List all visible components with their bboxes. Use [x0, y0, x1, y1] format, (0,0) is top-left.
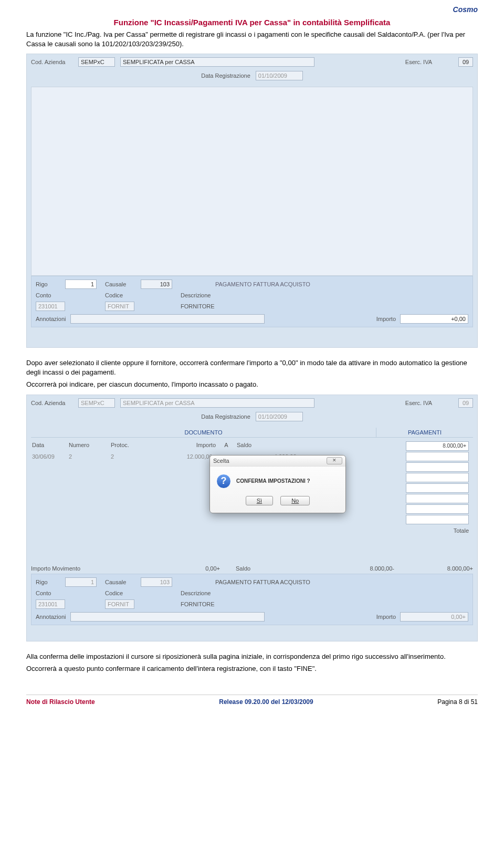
dialog-message: CONFERMA IMPOSTAZIONI ?: [236, 478, 310, 484]
main-area: [31, 87, 473, 276]
eserc-field-2[interactable]: 09: [458, 398, 473, 408]
row-data: 30/06/09: [32, 453, 69, 460]
rigo-label: Rigo: [36, 281, 62, 287]
totale-label: Totale: [406, 527, 469, 534]
cod-azienda-label-2: Cod. Azienda: [31, 400, 73, 406]
para-2b: Occorrerà poi indicare, per ciascun docu…: [26, 380, 478, 389]
para-2a: Dopo aver selezionato il cliente oppure …: [26, 358, 478, 377]
desc-label: Descrizione: [181, 292, 212, 298]
data-reg-label-2: Data Registrazione: [201, 413, 250, 420]
cod-azienda-field-2[interactable]: SEMPxC: [78, 398, 115, 408]
pag-importo-6[interactable]: [406, 494, 469, 503]
eserc-label: Eserc. IVA: [405, 59, 432, 65]
yes-button[interactable]: Sì: [246, 496, 273, 505]
annot-label-2: Annotazioni: [36, 614, 66, 620]
causale-desc: PAGAMENTO FATTURA ACQUISTO: [215, 281, 468, 287]
pag-importo-5[interactable]: [406, 483, 469, 493]
hdr-pagamenti: PAGAMENTI: [376, 428, 473, 437]
pag-importo-8[interactable]: [406, 515, 469, 524]
col-a: A: [216, 442, 237, 448]
desc-label-2: Descrizione: [181, 590, 212, 596]
pagamenti-column: 8.000,00+ Totale: [406, 441, 469, 535]
importo-label-2: Importo: [376, 614, 396, 620]
data-reg-field-2[interactable]: 01/10/2009: [256, 412, 303, 421]
totale-value: 8.000,00+: [410, 565, 473, 572]
para-3a: Alla conferma delle impostazioni il curs…: [26, 652, 478, 661]
bottom-panel-2: Rigo 1 Causale 103 PAGAMENTO FATTURA ACQ…: [31, 574, 473, 625]
importo-field[interactable]: +0,00: [400, 314, 468, 324]
col-protoc: Protoc.: [111, 442, 153, 448]
pag-importo-3[interactable]: [406, 462, 469, 472]
saldo-label: Saldo: [220, 565, 251, 572]
causale-label-2: Causale: [105, 579, 138, 585]
eserc-field[interactable]: 09: [458, 57, 473, 67]
dialog-title: Scelta: [213, 458, 229, 464]
close-icon[interactable]: ✕: [327, 457, 342, 464]
importo-label: Importo: [376, 316, 396, 322]
rigo-field-2[interactable]: 1: [65, 577, 97, 587]
pag-importo-7[interactable]: [406, 504, 469, 514]
codice-label-2: Codice: [105, 590, 138, 596]
pag-importo-1[interactable]: 8.000,00+: [406, 441, 469, 451]
col-saldo: Saldo: [237, 442, 300, 448]
col-importo: Importo: [153, 442, 216, 448]
codice-label: Codice: [105, 292, 138, 298]
data-reg-label: Data Registrazione: [201, 73, 250, 79]
conto-field[interactable]: 231001: [36, 302, 65, 311]
row-protoc: 2: [111, 453, 153, 460]
screenshot-1: Cod. Azienda SEMPxC SEMPLIFICATA per CAS…: [26, 54, 478, 348]
col-numero: Numero: [69, 442, 111, 448]
imp-mov-value: 0,00+: [99, 565, 220, 572]
rigo-field[interactable]: 1: [65, 279, 97, 289]
page-title: Funzione "IC Incassi/Pagamenti IVA per C…: [26, 18, 478, 27]
footer-right: Pagina 8 di 51: [437, 698, 478, 706]
page-footer: Note di Rilascio Utente Release 09.20.00…: [26, 695, 478, 706]
rigo-label-2: Rigo: [36, 579, 62, 585]
brand: Cosmo: [26, 5, 478, 14]
annot-field-2[interactable]: [70, 612, 265, 622]
data-reg-field[interactable]: 01/10/2009: [256, 71, 303, 80]
question-icon: ?: [216, 474, 231, 489]
screenshot-2: Cod. Azienda SEMPxC SEMPLIFICATA per CAS…: [26, 395, 478, 641]
row-importo: 12.000,00+: [153, 453, 216, 460]
hdr-documento: DOCUMENTO: [31, 428, 376, 437]
codice-field-2[interactable]: FORNIT: [105, 599, 134, 609]
saldo-value: 8.000,00-: [251, 565, 410, 572]
confirm-dialog: Scelta ✕ ? CONFERMA IMPOSTAZIONI ? Sì No: [209, 455, 346, 513]
rag-soc-field-2: SEMPLIFICATA per CASSA: [120, 398, 314, 408]
annot-field[interactable]: [70, 314, 265, 324]
importo-field-2[interactable]: 0,00+: [400, 612, 468, 622]
footer-left: Note di Rilascio Utente: [26, 698, 95, 706]
cod-azienda-field[interactable]: SEMPxC: [78, 57, 115, 67]
conto-label-2: Conto: [36, 590, 62, 596]
conto-field-2[interactable]: 231001: [36, 599, 65, 609]
codice-field[interactable]: FORNIT: [105, 302, 134, 311]
doc-area: DOCUMENTO PAGAMENTI Data Numero Protoc. …: [31, 428, 473, 559]
no-button[interactable]: No: [280, 496, 310, 505]
annot-label: Annotazioni: [36, 316, 66, 322]
causale-field-2[interactable]: 103: [141, 577, 172, 587]
pag-importo-2[interactable]: [406, 452, 469, 461]
para-3b: Occorrerà a questo punto confermare il c…: [26, 664, 478, 674]
col-data: Data: [32, 442, 69, 448]
causale-desc-2: PAGAMENTO FATTURA ACQUISTO: [215, 579, 468, 585]
causale-field[interactable]: 103: [141, 279, 172, 289]
imp-mov-label: Importo Movimento: [31, 565, 99, 572]
desc-value: FORNITORE: [181, 303, 468, 309]
desc-value-2: FORNITORE: [181, 601, 468, 607]
intro-paragraph: La funzione "IC Inc./Pag. Iva per Cassa"…: [26, 30, 478, 48]
conto-label: Conto: [36, 292, 62, 298]
footer-center: Release 09.20.00 del 12/03/2009: [219, 698, 313, 706]
rag-soc-field: SEMPLIFICATA per CASSA: [120, 57, 314, 67]
causale-label: Causale: [105, 281, 138, 287]
bottom-panel: Rigo 1 Causale 103 PAGAMENTO FATTURA ACQ…: [31, 276, 473, 327]
eserc-label-2: Eserc. IVA: [405, 400, 432, 406]
pag-importo-4[interactable]: [406, 473, 469, 482]
row-numero: 2: [69, 453, 111, 460]
cod-azienda-label: Cod. Azienda: [31, 59, 73, 65]
